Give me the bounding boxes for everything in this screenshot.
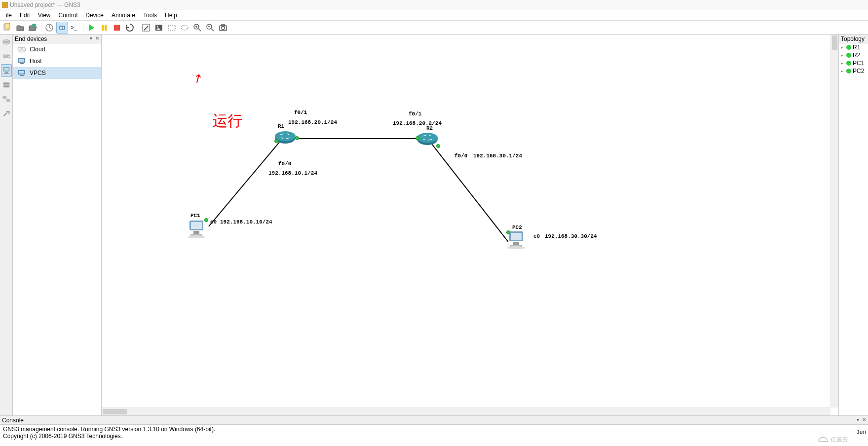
topology-node-label: PC1 xyxy=(853,60,864,67)
svg-point-15 xyxy=(181,25,188,30)
pc1-port-e0-dot xyxy=(204,218,208,222)
show-interfaces-button[interactable] xyxy=(56,22,68,34)
r2-f00-label: f0/0 xyxy=(454,153,467,159)
pc2-e0-label: e0 xyxy=(533,233,540,239)
menu-device[interactable]: Device xyxy=(81,12,108,19)
pc1-label: PC1 xyxy=(190,213,200,219)
device-host[interactable]: Host xyxy=(13,55,101,67)
svg-rect-24 xyxy=(4,68,8,71)
topology-node-label: PC2 xyxy=(853,68,864,74)
r2-port-f00-dot xyxy=(436,144,440,148)
open-project-button[interactable] xyxy=(14,22,26,34)
svg-point-55 xyxy=(507,246,525,249)
svg-point-35 xyxy=(22,47,26,50)
console-all-button[interactable]: >_ xyxy=(69,22,81,34)
console-line: Copyright (c) 2006-2019 GNS3 Technologie… xyxy=(3,433,865,440)
horizontal-scrollbar[interactable] xyxy=(102,408,830,415)
svg-point-21 xyxy=(2,39,10,45)
menu-control[interactable]: Control xyxy=(55,12,82,19)
close-icon[interactable]: ✕ xyxy=(862,417,866,422)
chevron-right-icon: ▸ xyxy=(841,69,845,74)
pin-icon[interactable]: ▾ xyxy=(857,417,859,422)
topology-node-pc1[interactable]: ▸PC1 xyxy=(839,59,868,67)
security-category-button[interactable] xyxy=(1,78,12,91)
switches-category-button[interactable] xyxy=(1,50,12,63)
menu-tools[interactable]: Tools xyxy=(139,12,161,19)
svg-rect-9 xyxy=(105,25,107,31)
topology-node-pc2[interactable]: ▸PC2 xyxy=(839,67,868,75)
snapshot-button[interactable] xyxy=(43,22,55,34)
r1-f01-ip: 192.168.20.1/24 xyxy=(288,119,337,125)
status-dot-icon xyxy=(846,53,851,58)
stop-all-button[interactable] xyxy=(111,22,123,34)
add-note-button[interactable] xyxy=(140,22,152,34)
menu-view[interactable]: View xyxy=(34,12,55,19)
svg-rect-32 xyxy=(6,99,10,102)
r1-f00-ip: 192.168.10.1/24 xyxy=(268,170,317,176)
topology-node-label: R1 xyxy=(853,44,860,51)
console-header: Console ▾ ✕ xyxy=(0,416,868,425)
r1-f00-label: f0/0 xyxy=(278,161,291,167)
zoom-out-button[interactable] xyxy=(204,22,216,34)
routers-category-button[interactable] xyxy=(1,36,12,48)
window-title: Unsaved project* — GNS3 xyxy=(10,1,80,8)
device-cloud[interactable]: Cloud xyxy=(13,43,101,55)
status-right-text: Jun xyxy=(856,429,866,435)
menu-annotate[interactable]: Annotate xyxy=(108,12,139,19)
svg-point-45 xyxy=(417,133,438,143)
pc1-e0-ip: 192.168.10.10/24 xyxy=(220,219,272,225)
svg-rect-8 xyxy=(102,25,104,31)
link-r1-r2[interactable] xyxy=(297,138,417,139)
menu-file[interactable]: ile xyxy=(2,12,16,19)
start-all-button[interactable] xyxy=(85,22,97,34)
svg-rect-10 xyxy=(114,25,120,31)
draw-ellipse-button[interactable] xyxy=(179,22,190,34)
svg-point-13 xyxy=(157,26,158,27)
topology-canvas[interactable]: ↗ 运行 R1 f0/1 192.168.20.1/24 f0/0 192.16… xyxy=(102,35,830,408)
red-arrow-annotation: ↗ xyxy=(190,70,205,87)
host-icon xyxy=(17,57,27,65)
pin-icon[interactable]: ▾ xyxy=(90,36,92,41)
pc2-port-e0-dot xyxy=(506,230,510,234)
link-r1-pc1[interactable] xyxy=(209,139,282,226)
add-link-button[interactable] xyxy=(1,107,12,120)
svg-rect-5 xyxy=(60,27,62,29)
vertical-scrollbar[interactable] xyxy=(830,35,838,408)
reload-all-button[interactable] xyxy=(124,22,136,34)
canvas-wrap: ↗ 运行 R1 f0/1 192.168.20.1/24 f0/0 192.16… xyxy=(102,35,838,415)
svg-rect-26 xyxy=(3,73,9,74)
save-project-button[interactable] xyxy=(27,22,39,34)
cloud-icon xyxy=(17,45,27,53)
svg-rect-29 xyxy=(3,85,9,85)
toolbar: >_ xyxy=(0,21,868,35)
svg-rect-14 xyxy=(168,25,175,30)
topology-panel-header: Topology xyxy=(839,35,868,43)
device-vpcs[interactable]: VPCS xyxy=(13,67,101,79)
console-output[interactable]: GNS3 management console. Running GNS3 ve… xyxy=(0,425,868,441)
end-devices-category-button[interactable] xyxy=(1,64,12,77)
insert-image-button[interactable] xyxy=(153,22,165,34)
status-dot-icon xyxy=(846,61,851,66)
svg-point-31 xyxy=(2,96,6,99)
annotation-text: 运行 xyxy=(213,111,242,131)
menu-edit[interactable]: Edit xyxy=(16,12,34,19)
status-dot-icon xyxy=(846,69,851,74)
main-area: End devices ▾ ✕ Cloud Host VPCS ↗ 运行 xyxy=(0,35,868,415)
menu-help[interactable]: Help xyxy=(161,12,181,19)
topology-node-label: R2 xyxy=(853,52,860,59)
all-devices-category-button[interactable] xyxy=(1,93,12,106)
pause-all-button[interactable] xyxy=(98,22,110,34)
screenshot-button[interactable] xyxy=(217,22,229,34)
zoom-in-button[interactable] xyxy=(191,22,203,34)
node-r2[interactable] xyxy=(416,132,438,146)
svg-rect-6 xyxy=(63,27,64,29)
new-project-button[interactable] xyxy=(1,22,13,34)
topology-node-r1[interactable]: ▸R1 xyxy=(839,43,868,51)
topology-panel: Topology ▸R1 ▸R2 ▸PC1 ▸PC2 xyxy=(838,35,868,415)
device-panel-title: End devices xyxy=(15,36,47,42)
title-bar: Unsaved project* — GNS3 xyxy=(0,0,868,10)
r2-f00-ip: 192.168.30.1/24 xyxy=(473,153,522,159)
draw-rectangle-button[interactable] xyxy=(166,22,178,34)
topology-node-r2[interactable]: ▸R2 xyxy=(839,51,868,59)
close-icon[interactable]: ✕ xyxy=(95,36,99,41)
